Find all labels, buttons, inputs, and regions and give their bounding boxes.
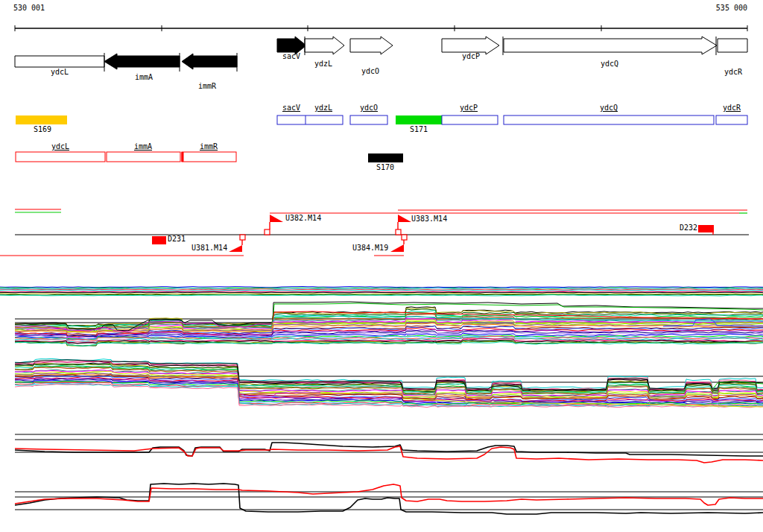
probe-label-U381-M14: U381.M14 <box>191 244 227 252</box>
gene-label-immR: immR <box>198 83 216 90</box>
gene-label-ydcP: ydcP <box>462 53 480 60</box>
segment-label-S170: S170 <box>376 164 394 171</box>
probe-flag-U383.M14[interactable] <box>398 215 411 222</box>
red-box-immR[interactable] <box>182 152 236 162</box>
probe-flag-U384.M19[interactable] <box>390 244 404 252</box>
probe-flag-anchor[interactable] <box>240 235 245 240</box>
segment-label-S169: S169 <box>34 126 51 133</box>
summary-track-4-line <box>15 484 763 505</box>
red-box-immA[interactable] <box>107 152 180 162</box>
probe-label-U384-M19: U384.M19 <box>352 244 388 252</box>
gene-link-ydzL[interactable]: ydzL <box>314 104 332 112</box>
genome-browser-view: 530 001 535 000 ydcL immA immR sacV ydzL… <box>0 0 763 532</box>
gene-arrow-ydcQ[interactable] <box>504 37 717 54</box>
blue-box-ydcO[interactable] <box>350 115 387 124</box>
bundle-line <box>0 295 763 296</box>
segment-S171[interactable] <box>396 115 442 124</box>
segment-S169[interactable] <box>16 115 67 124</box>
probe-box-D232[interactable] <box>698 225 714 232</box>
gene-link-immA[interactable]: immA <box>134 143 152 151</box>
bundle-line <box>0 290 763 291</box>
gene-link-immR[interactable]: immR <box>200 143 218 151</box>
blue-box-sacV-ydzL[interactable] <box>277 115 343 124</box>
gene-label-immA: immA <box>135 74 153 81</box>
bundle-line <box>0 287 763 288</box>
gene-link-ydcP[interactable]: ydcP <box>460 104 478 112</box>
gene-arrow-ydcO[interactable] <box>350 37 393 54</box>
gene-link-ydcQ[interactable]: ydcQ <box>600 104 618 112</box>
tracks-graphics <box>0 0 763 532</box>
probe-label-D232: D232 <box>680 224 697 232</box>
probe-label-U382-M14: U382.M14 <box>285 215 321 222</box>
blue-box-ydcP[interactable] <box>442 115 498 124</box>
segment-S170[interactable] <box>368 153 403 162</box>
probe-label-U383-M14: U383.M14 <box>411 215 447 223</box>
gene-arrow-immR[interactable] <box>182 54 237 69</box>
probe-flag-anchor[interactable] <box>265 229 270 235</box>
blue-box-ydcQ[interactable] <box>504 115 714 124</box>
ruler-start-label: 530 001 <box>13 4 45 12</box>
bundle-line <box>0 294 763 294</box>
probe-box-D231[interactable] <box>152 236 166 244</box>
probe-flag-anchor[interactable] <box>396 229 401 235</box>
gene-arrow-ydcL[interactable] <box>15 56 104 67</box>
gene-label-ydcR: ydcR <box>724 69 742 76</box>
ruler-end-label: 535 000 <box>716 4 747 12</box>
probe-flag-U381.M14[interactable] <box>229 245 242 252</box>
probe-label-D231: D231 <box>168 235 186 243</box>
red-box-ydcL[interactable] <box>16 152 105 162</box>
gene-label-ydcQ: ydcQ <box>601 60 618 68</box>
probe-flag-anchor[interactable] <box>402 235 407 240</box>
gene-label-ydcO: ydcO <box>361 68 379 75</box>
segment-label-S171: S171 <box>410 126 428 133</box>
probe-flag-U382.M14[interactable] <box>270 215 283 222</box>
gene-link-sacV[interactable]: sacV <box>282 104 300 112</box>
gene-arrow-ydcR[interactable] <box>718 39 747 52</box>
gene-link-ydcO[interactable]: ydcO <box>360 104 378 112</box>
gene-arrow-ydzL[interactable] <box>305 37 344 54</box>
gene-label-ydcL: ydcL <box>51 69 69 76</box>
gene-label-ydzL: ydzL <box>314 60 332 68</box>
gene-link-ydcL[interactable]: ydcL <box>51 143 69 151</box>
blue-box-ydcR[interactable] <box>716 115 747 124</box>
gene-arrow-immA[interactable] <box>104 54 180 69</box>
gene-link-ydcR[interactable]: ydcR <box>723 104 741 112</box>
gene-label-sacV: sacV <box>282 53 300 60</box>
